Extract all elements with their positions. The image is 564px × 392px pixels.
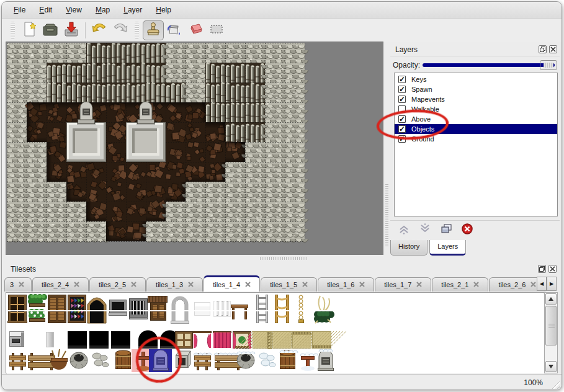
close-tab-icon[interactable]	[131, 281, 137, 288]
layer-row-walkable[interactable]: Walkable	[395, 104, 557, 114]
select-tool-icon	[208, 21, 225, 40]
app-window: FileEditViewMapLayerHelp Layers Opacity:	[1, 1, 562, 390]
close-tab-icon[interactable]	[473, 281, 479, 288]
select-tool[interactable]	[206, 20, 227, 40]
toolbar-grip[interactable]	[11, 22, 15, 39]
layer-row-ground[interactable]: ✓Ground	[395, 134, 557, 144]
open-map[interactable]	[40, 20, 61, 40]
tab-label: tiles_1_4	[213, 281, 240, 288]
layer-label: Ground	[411, 135, 434, 143]
tileset-tab-tiles_1_6[interactable]: tiles_1_6	[318, 277, 374, 292]
redo[interactable]	[110, 20, 131, 40]
layer-label: Spawn	[411, 86, 432, 93]
opacity-slider-handle[interactable]	[540, 60, 557, 70]
opacity-slider[interactable]	[423, 60, 557, 70]
menu-item-layer[interactable]: Layer	[118, 4, 148, 16]
tileset-view[interactable]	[6, 292, 544, 373]
layer-visibility-checkbox[interactable]: ✓	[398, 76, 406, 83]
close-tab-icon[interactable]	[19, 281, 24, 288]
new-file[interactable]	[19, 20, 40, 40]
tileset-tab-tiles_2_1[interactable]: tiles_2_1	[432, 277, 488, 292]
fill-tool[interactable]	[164, 20, 185, 40]
close-tab-icon[interactable]	[188, 281, 194, 288]
close-tab-icon[interactable]	[245, 281, 251, 288]
layer-row-objects[interactable]: ✓Objects	[395, 124, 557, 134]
dock-tabs: HistoryLayers	[390, 240, 468, 256]
layer-visibility-checkbox[interactable]: ✓	[398, 135, 406, 143]
layer-visibility-checkbox[interactable]: ✓	[398, 125, 406, 133]
close-tab-icon[interactable]	[74, 281, 79, 288]
float-panel-icon[interactable]	[538, 265, 546, 273]
new-file-icon	[21, 21, 37, 40]
close-tab-icon[interactable]	[359, 281, 365, 288]
chevrons-up-icon	[398, 223, 410, 238]
layer-row-keys[interactable]: ✓Keys	[395, 74, 557, 84]
tileset-tab-tiles_1_7[interactable]: tiles_1_7	[375, 277, 431, 292]
menu-item-map[interactable]: Map	[90, 4, 115, 16]
save-map[interactable]	[61, 20, 82, 40]
stamp-tool[interactable]	[143, 20, 164, 40]
undo[interactable]	[89, 20, 110, 40]
tab-label: tiles_2_6	[498, 281, 526, 288]
duplicate-layer-button[interactable]	[439, 223, 454, 238]
scroll-up-icon[interactable]	[545, 293, 557, 305]
layer-row-mapevents[interactable]: ✓Mapevents	[395, 94, 557, 104]
tileset-canvas[interactable]	[7, 293, 544, 373]
tabs-scroll-left-icon[interactable]: ◀	[537, 277, 547, 291]
menu-item-edit[interactable]: Edit	[34, 4, 58, 16]
raise-layer-button[interactable]	[396, 223, 411, 238]
layer-list: ✓Keys✓Spawn✓MapeventsWalkable✓Above✓Obje…	[394, 73, 558, 216]
menu-item-help[interactable]: Help	[150, 4, 177, 16]
layer-visibility-checkbox[interactable]	[398, 105, 406, 113]
tab-label: tiles_2_5	[99, 281, 126, 288]
horizontal-splitter[interactable]	[260, 256, 307, 261]
layers-panel: Layers Opacity: ✓Keys✓Spawn✓MapeventsWal…	[390, 42, 560, 239]
scrollbar-thumb[interactable]	[545, 306, 557, 345]
close-tab-icon[interactable]	[530, 281, 536, 288]
tilesets-panel-header: Tilesets	[2, 261, 562, 275]
delete-icon	[461, 223, 473, 238]
tileset-tab-3[interactable]: 3	[4, 277, 32, 292]
tabs-scroll-right-icon[interactable]: ▶	[547, 277, 557, 291]
close-panel-icon[interactable]	[548, 265, 557, 273]
layers-panel-header: Layers	[390, 42, 560, 56]
layer-row-above[interactable]: ✓Above	[395, 114, 557, 124]
duplicate-icon	[440, 223, 452, 238]
lower-layer-button[interactable]	[418, 223, 432, 238]
status-bar: 100%	[2, 374, 562, 390]
close-tab-icon[interactable]	[416, 281, 422, 288]
scroll-down-icon[interactable]	[545, 361, 557, 372]
tileset-tab-tiles_1_3[interactable]: tiles_1_3	[146, 277, 203, 292]
close-tab-icon[interactable]	[302, 281, 308, 288]
toolbar-grip[interactable]	[135, 22, 139, 39]
tab-label: tiles_1_6	[327, 281, 354, 288]
dock-tab-history[interactable]: History	[390, 240, 427, 256]
layer-visibility-checkbox[interactable]: ✓	[398, 115, 406, 123]
layer-visibility-checkbox[interactable]: ✓	[398, 96, 406, 103]
layer-visibility-checkbox[interactable]: ✓	[398, 86, 406, 93]
vertical-splitter[interactable]	[384, 42, 390, 255]
layer-row-spawn[interactable]: ✓Spawn	[395, 84, 557, 94]
tileset-tab-tiles_2_5[interactable]: tiles_2_5	[89, 277, 146, 292]
map-canvas[interactable]	[7, 43, 383, 255]
layer-label: Walkable	[411, 105, 439, 113]
tileset-scrollbar[interactable]	[544, 292, 558, 373]
dock-tab-layers[interactable]: Layers	[429, 240, 466, 256]
toolbar-separator	[85, 22, 86, 38]
menu-item-view[interactable]: View	[60, 4, 87, 16]
tab-label: tiles_2_4	[42, 281, 69, 288]
eraser-tool[interactable]	[185, 20, 206, 40]
stamp-tool-icon	[146, 22, 161, 39]
close-panel-icon[interactable]	[549, 45, 557, 53]
tilesets-panel-title: Tilesets	[11, 265, 36, 274]
menu-item-file[interactable]: File	[8, 4, 31, 16]
delete-layer-button[interactable]	[460, 223, 475, 238]
float-panel-icon[interactable]	[539, 45, 547, 53]
resize-grip[interactable]	[549, 378, 560, 389]
tileset-tab-tiles_2_4[interactable]: tiles_2_4	[32, 277, 89, 292]
tileset-tab-tiles_1_4[interactable]: tiles_1_4	[204, 275, 260, 292]
map-viewport[interactable]	[6, 42, 383, 255]
tileset-tab-tiles_1_5[interactable]: tiles_1_5	[261, 277, 317, 292]
save-map-icon	[63, 21, 79, 40]
menu-bar: FileEditViewMapLayerHelp	[2, 2, 562, 19]
